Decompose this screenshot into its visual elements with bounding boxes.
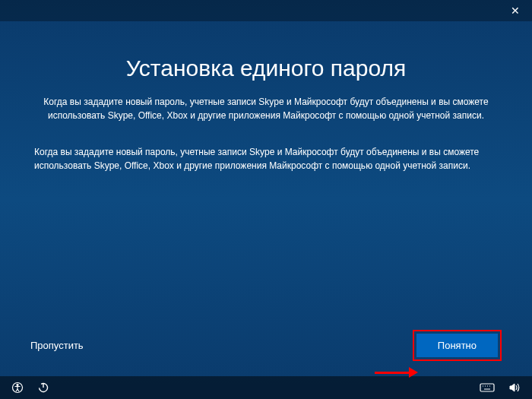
arrow-head-icon: [409, 367, 418, 378]
titlebar: ✕: [0, 0, 532, 21]
skip-button[interactable]: Пропустить: [30, 340, 84, 351]
svg-point-1: [17, 384, 18, 385]
main-content: Установка единого пароля Когда вы задади…: [0, 21, 532, 330]
volume-icon[interactable]: [508, 382, 521, 394]
system-bar: [0, 376, 532, 399]
body-text: Когда вы зададите новый пароль, учетные …: [30, 145, 502, 173]
arrow-line: [375, 372, 409, 374]
footer: Пропустить Понятно: [0, 330, 532, 376]
keyboard-icon[interactable]: [480, 382, 495, 393]
system-bar-right: [480, 382, 521, 394]
setup-window: ✕ Установка единого пароля Когда вы зада…: [0, 0, 532, 399]
system-bar-left: [11, 382, 49, 394]
highlight-box: Понятно: [413, 330, 502, 361]
annotation-arrow: [375, 367, 418, 378]
page-subtitle: Когда вы зададите новый пароль, учетные …: [30, 95, 502, 122]
page-title: Установка единого пароля: [30, 55, 502, 81]
power-icon[interactable]: [37, 382, 49, 394]
svg-rect-4: [480, 384, 494, 391]
accessibility-icon[interactable]: [11, 382, 24, 394]
ok-button[interactable]: Понятно: [416, 334, 498, 357]
close-icon[interactable]: ✕: [508, 3, 523, 18]
